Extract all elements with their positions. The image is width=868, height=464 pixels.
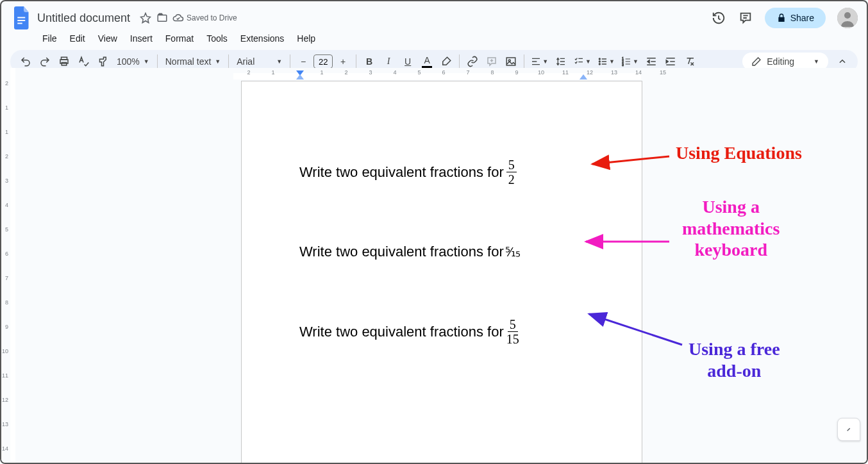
svg-rect-2	[17, 23, 22, 24]
fraction-unicode: ⁵⁄₁₅	[505, 244, 520, 260]
svg-rect-0	[17, 17, 25, 19]
account-avatar[interactable]	[837, 8, 858, 28]
fraction-equation: 5 2	[506, 158, 517, 186]
fraction-addon: 5 15	[506, 318, 519, 345]
menu-help[interactable]: Help	[292, 31, 321, 46]
menu-format[interactable]: Format	[160, 31, 199, 46]
annotation-equations: Using Equations	[676, 142, 802, 164]
history-icon[interactable]	[711, 10, 726, 26]
svg-text:3: 3	[622, 63, 624, 67]
menu-file[interactable]: File	[37, 31, 62, 46]
annotation-keyboard: Using a mathematics keyboard	[682, 196, 780, 261]
menu-edit[interactable]: Edit	[65, 31, 90, 46]
svg-rect-13	[506, 58, 515, 65]
docs-logo[interactable]	[10, 6, 33, 29]
comment-icon[interactable]	[738, 10, 753, 26]
svg-rect-1	[17, 20, 25, 21]
menu-view[interactable]: View	[93, 31, 122, 46]
doc-line-2[interactable]: Write two equivalent fractions for ⁵⁄₁₅	[299, 244, 584, 260]
paragraph-style-dropdown[interactable]: Normal text▼	[162, 56, 225, 67]
document-page[interactable]: Write two equivalent fractions for 5 2 W…	[241, 81, 642, 463]
font-size-input[interactable]: 22	[313, 54, 333, 69]
doc-title[interactable]: Untitled document	[37, 12, 130, 25]
doc-line-1[interactable]: Write two equivalent fractions for 5 2	[299, 158, 584, 186]
cloud-saved[interactable]: Saved to Drive	[172, 12, 237, 24]
arrow-3	[580, 306, 689, 351]
zoom-dropdown[interactable]: 100%▼	[113, 56, 153, 67]
menu-bar: File Edit View Insert Format Tools Exten…	[1, 31, 867, 50]
annotation-addon: Using a free add-on	[689, 338, 780, 381]
explore-button[interactable]	[837, 418, 860, 441]
svg-point-25	[599, 63, 600, 65]
move-icon[interactable]	[156, 12, 169, 24]
menu-extensions[interactable]: Extensions	[235, 31, 289, 46]
vertical-ruler: 211234567891011121314	[1, 68, 15, 463]
arrow-2	[573, 232, 676, 251]
horizontal-ruler: 21123456789101112131415	[15, 68, 867, 79]
star-icon[interactable]	[139, 12, 152, 24]
svg-line-43	[589, 314, 682, 345]
font-dropdown[interactable]: Arial▼	[233, 56, 286, 67]
doc-line-3[interactable]: Write two equivalent fractions for 5 15	[299, 318, 584, 345]
svg-point-23	[599, 58, 600, 60]
svg-point-7	[844, 12, 851, 19]
svg-line-41	[592, 156, 669, 164]
svg-point-24	[599, 61, 600, 62]
menu-tools[interactable]: Tools	[201, 31, 233, 46]
menu-insert[interactable]: Insert	[125, 31, 158, 46]
share-button[interactable]: Share	[765, 8, 826, 28]
arrow-1	[580, 150, 676, 176]
